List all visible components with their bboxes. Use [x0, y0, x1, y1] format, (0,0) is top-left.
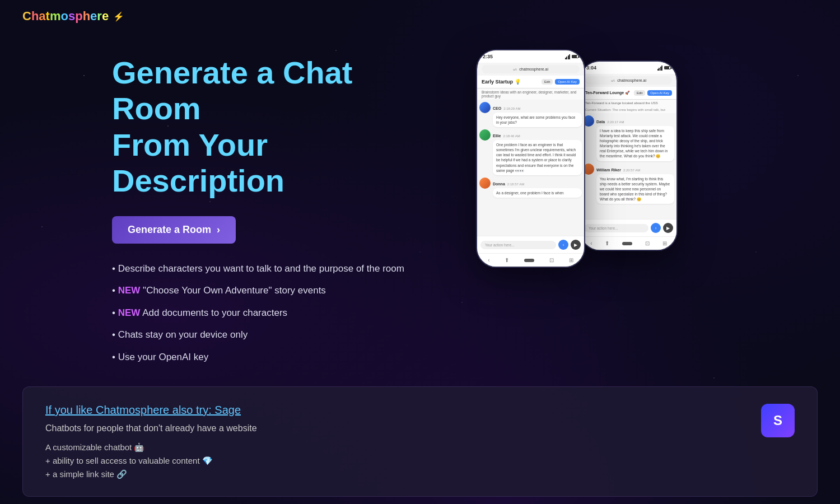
status-bar-secondary: 3:04: [581, 62, 676, 74]
promo-feature-2: + ability to sell access to valuable con…: [45, 456, 750, 466]
feature-item-new-2: • NEW Add documents to your characters: [112, 306, 448, 320]
message-content: Ellie2:18:46 AM One problem I face as an…: [493, 129, 582, 175]
header: Chatmosphere ⚡: [0, 0, 840, 32]
logo[interactable]: Chatmosphere: [22, 9, 109, 24]
chat-message: Data2:20:17 AM I have a idea to keep thi…: [583, 115, 674, 161]
avatar: [479, 102, 491, 113]
phone-secondary-screen: 3:04 aA chatmos: [581, 62, 676, 250]
sage-logo[interactable]: S: [761, 404, 795, 437]
chat-input-area-primary: Your action here... › ▶: [477, 236, 584, 253]
open-ai-key-button-secondary[interactable]: Open AI Key: [647, 90, 672, 96]
record-button-primary[interactable]: ▶: [571, 240, 581, 250]
phone-time: 2:35: [483, 54, 493, 59]
hero-section: Generate a Chat Room From Your Descripti…: [0, 32, 840, 386]
promo-content: If you like Chatmosphere also try: Sage …: [45, 404, 750, 479]
arrow-icon: ›: [217, 224, 220, 236]
nav-bookmark-icon[interactable]: ⊡: [549, 257, 554, 263]
room-name-secondary: Ten-Forward Lounge 🚀: [585, 91, 630, 95]
nav-back-icon-s[interactable]: ‹: [590, 240, 592, 246]
feature-item: • Describe characters you want to talk t…: [112, 262, 448, 276]
chat-header-secondary: Ten-Forward Lounge 🚀 Edit Open AI Key: [581, 87, 676, 100]
hero-content: Generate a Chat Room From Your Descripti…: [112, 44, 448, 364]
nav-back-icon[interactable]: ‹: [488, 257, 489, 263]
avatar: [479, 178, 491, 189]
nav-bookmark-icon-s[interactable]: ⊡: [645, 240, 650, 246]
chat-messages-secondary: Data2:20:17 AM I have a idea to keep thi…: [581, 113, 676, 219]
edit-button-secondary[interactable]: Edit: [634, 90, 645, 96]
nav-bar-secondary: ‹ ⬆ ⊡ ⊞: [581, 236, 676, 250]
message-content: Donna2:18:57 AM As a designer, one probl…: [493, 178, 582, 198]
address-bar-secondary: aA chatmosphere.ai: [585, 76, 672, 85]
phone-time-secondary: 3:04: [586, 65, 596, 71]
phone-primary: 2:35 aA chatmos: [476, 49, 585, 268]
record-button-secondary[interactable]: ▶: [663, 223, 673, 233]
phone-mockups: 2:35 aA chatmos: [470, 44, 683, 284]
promo-description: Chatbots for people that don't already h…: [45, 423, 750, 433]
chat-message: CEO2:18:29 AM Hey everyone, what are som…: [479, 102, 582, 127]
logo-icon: ⚡: [113, 11, 124, 22]
battery-icon: [664, 66, 671, 69]
status-bar-primary: 2:35: [477, 50, 584, 63]
nav-tab-icon[interactable]: ⊞: [569, 257, 573, 263]
message-content: CEO2:18:29 AM Hey everyone, what are som…: [493, 102, 582, 127]
hero-title: Generate a Chat Room From Your Descripti…: [112, 55, 448, 199]
generate-room-button[interactable]: Generate a Room ›: [112, 216, 236, 244]
promo-features: A customizable chatbot 🤖 + ability to se…: [45, 442, 750, 479]
message-content: William Riker2:20:57 AM You know what, I…: [596, 164, 674, 204]
chat-situation: Current Situation: The crew begins with …: [581, 106, 676, 113]
chat-message: Donna2:18:57 AM As a designer, one probl…: [479, 178, 582, 198]
send-button-primary[interactable]: ›: [558, 240, 568, 250]
edit-button[interactable]: Edit: [542, 79, 553, 85]
address-bar-primary: aA chatmosphere.ai: [482, 65, 580, 73]
feature-item-chats: • Chats stay on your device only: [112, 328, 448, 342]
chat-subtitle-secondary: Ten-Forward is a lounge located aboard t…: [581, 100, 676, 106]
battery-icon: [572, 55, 578, 58]
promo-banner: If you like Chatmosphere also try: Sage …: [22, 386, 818, 497]
chat-subtitle-primary: Brainstorm ideas with an engineer, desig…: [477, 88, 584, 100]
room-name-primary: Early Startup 💡: [482, 79, 521, 85]
nav-tab-icon-s[interactable]: ⊞: [662, 240, 667, 246]
nav-page-indicator-s: [622, 242, 632, 245]
message-content: Data2:20:17 AM I have a idea to keep thi…: [596, 115, 674, 161]
chat-header-primary: Early Startup 💡 Edit Open AI Key: [477, 76, 584, 88]
promo-title[interactable]: If you like Chatmosphere also try: Sage: [45, 404, 750, 417]
promo-feature-3: + a simple link site 🔗: [45, 469, 750, 479]
feature-item-openai: • Use your OpenAI key: [112, 350, 448, 365]
avatar: [479, 129, 491, 141]
nav-share-icon-s[interactable]: ⬆: [605, 240, 609, 246]
signal-icon: [657, 66, 663, 71]
nav-bar-primary: ‹ ⬆ ⊡ ⊞: [477, 253, 584, 267]
nav-share-icon[interactable]: ⬆: [505, 257, 509, 263]
nav-page-indicator: [524, 259, 534, 262]
send-button-secondary[interactable]: ›: [651, 223, 661, 233]
generate-btn-label: Generate a Room: [128, 224, 211, 236]
signal-icon: [565, 54, 571, 59]
open-ai-key-button[interactable]: Open AI Key: [555, 79, 580, 85]
chat-message: William Riker2:20:57 AM You know what, I…: [583, 164, 674, 204]
feature-list: • Describe characters you want to talk t…: [112, 262, 448, 365]
chat-message: Ellie2:18:46 AM One problem I face as an…: [479, 129, 582, 175]
chat-input-area-secondary: Your action here... › ▶: [581, 219, 676, 236]
phone-primary-screen: 2:35 aA chatmos: [477, 50, 584, 267]
chat-messages-primary: CEO2:18:29 AM Hey everyone, what are som…: [477, 100, 584, 236]
phone-secondary: 3:04 aA chatmos: [580, 60, 678, 251]
chat-input-field-secondary[interactable]: Your action here...: [584, 224, 648, 232]
promo-feature-1: A customizable chatbot 🤖: [45, 442, 750, 452]
feature-item-new-1: • NEW "Choose Your Own Adventure" story …: [112, 283, 448, 298]
chat-input-field-primary[interactable]: Your action here...: [480, 241, 556, 249]
